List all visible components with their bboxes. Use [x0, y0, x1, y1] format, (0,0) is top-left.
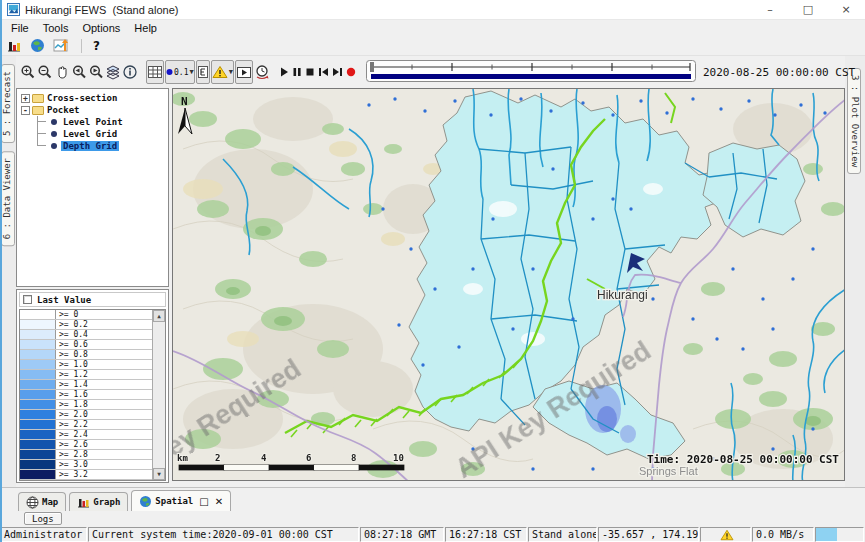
grid-icon[interactable] — [146, 60, 164, 84]
time-navigator-icon[interactable] — [254, 60, 270, 84]
minimize-button[interactable]: – — [751, 0, 789, 19]
info-icon[interactable] — [122, 60, 138, 84]
legend-value-label: >= 1.0 — [56, 360, 88, 369]
legend-value-label: >= 1.4 — [56, 380, 88, 389]
legend-row[interactable]: >= 3.0 — [20, 460, 152, 470]
legend-color-swatch — [20, 340, 56, 349]
folder-icon — [32, 94, 44, 103]
legend-row[interactable]: >= 0 — [20, 310, 152, 320]
legend-row[interactable]: >= 1.6 — [20, 390, 152, 400]
tab-graph[interactable]: Graph — [69, 492, 128, 511]
legend-row[interactable]: >= 0.2 — [20, 320, 152, 330]
tab-forecast[interactable]: 5 : Forecast — [1, 64, 15, 143]
maximize-button[interactable]: □ — [789, 0, 827, 19]
play-icon[interactable] — [278, 60, 290, 84]
zoom-in-icon[interactable] — [20, 60, 36, 84]
legend-row[interactable]: >= 0.8 — [20, 350, 152, 360]
legend-value-label: >= 3.2 — [56, 470, 88, 479]
legend-row[interactable]: >= 2.0 — [20, 410, 152, 420]
legend-row[interactable]: >= 2.4 — [20, 430, 152, 440]
scroll-down-icon[interactable]: ▼ — [153, 468, 165, 480]
bottom-tab-bar: Map Graph Spatial □ ✕ — [0, 487, 865, 511]
legend-row[interactable]: >= 1.2 — [20, 370, 152, 380]
tree-node-pocket[interactable]: - Pocket — [21, 104, 168, 116]
bullet-icon — [51, 143, 57, 149]
tree-leaf-depth-grid[interactable]: Depth Grid — [21, 140, 168, 152]
stop-icon[interactable] — [304, 60, 316, 84]
close-button[interactable]: × — [827, 0, 865, 19]
legend-value-label: >= 2.2 — [56, 420, 88, 429]
legend-row[interactable]: >= 2.8 — [20, 450, 152, 460]
legend-value-label: >= 1.2 — [56, 370, 88, 379]
title-bar: Hikurangi FEWS (Stand alone) – □ × — [0, 0, 865, 20]
status-local-time: 16:27:18 CST — [445, 527, 527, 542]
panel-close-icon[interactable]: ✕ — [215, 496, 223, 507]
tree-leaf-level-grid[interactable]: Level Grid — [21, 128, 168, 140]
pause-icon[interactable] — [291, 60, 303, 84]
tree-leaf-label-selected: Depth Grid — [61, 141, 119, 151]
legend-panel: Last Value >= 0 >= 0.2 >= 0.4 — [16, 289, 169, 483]
legend-row[interactable]: >= 2.2 — [20, 420, 152, 430]
main-toolbar: ? — [0, 36, 865, 56]
status-system-time: Current system time:2020-09-01 00:00 CST — [88, 527, 359, 542]
label-icon[interactable] — [196, 60, 210, 84]
skip-end-icon[interactable] — [331, 60, 344, 84]
menu-item[interactable]: Options — [75, 22, 127, 34]
logs-row: Logs — [0, 511, 865, 526]
scroll-up-icon[interactable]: ▲ — [153, 310, 165, 322]
animation-icon[interactable] — [235, 60, 253, 84]
zoom-out-icon[interactable] — [37, 60, 53, 84]
tree-node-cross-section[interactable]: + Cross-section — [21, 92, 168, 104]
legend-color-swatch — [20, 440, 56, 449]
legend-value-label: >= 3.0 — [56, 460, 88, 469]
legend-scrollbar[interactable]: ▲ ▼ — [152, 310, 165, 480]
legend-row[interactable]: >= 3.2 — [20, 470, 152, 480]
expand-icon[interactable]: + — [21, 94, 30, 103]
menu-item[interactable]: Tools — [36, 22, 76, 34]
status-coordinates: -35.657 , 174.199 — [598, 527, 699, 542]
legend-row[interactable]: >= 2.6 — [20, 440, 152, 450]
layers-icon[interactable] — [105, 60, 121, 84]
status-memory: 2.5 GB — [815, 527, 864, 542]
app-logo-icon — [7, 3, 20, 16]
zoom-previous-icon[interactable] — [71, 60, 87, 84]
tab-data-viewer[interactable]: 6 : Data Viewer — [1, 151, 15, 246]
globe-icon[interactable] — [30, 38, 45, 53]
status-warning-icon[interactable] — [700, 527, 751, 542]
legend-value-label: >= 1.8 — [56, 400, 88, 409]
legend-color-swatch — [20, 380, 56, 389]
legend-value-label: >= 2.6 — [56, 440, 88, 449]
legend-color-swatch — [20, 330, 56, 339]
menu-item[interactable]: Help — [127, 22, 164, 34]
tab-spatial[interactable]: Spatial □ ✕ — [131, 490, 231, 511]
skip-start-icon[interactable] — [317, 60, 330, 84]
legend-color-swatch — [20, 310, 56, 319]
legend-row[interactable]: >= 0.4 — [20, 330, 152, 340]
tab-plot-overview[interactable]: 3 : Plot Overview — [847, 68, 861, 174]
legend-row[interactable]: >= 1.0 — [20, 360, 152, 370]
legend-row[interactable]: >= 0.6 — [20, 340, 152, 350]
logs-button[interactable]: Logs — [24, 512, 62, 525]
menu-item[interactable]: File — [4, 22, 36, 34]
map-toolbar: 0.1 ▼ ▼ 2020-08-25 00:00:00 CST — [16, 56, 845, 88]
tree-node-label: Pocket — [47, 105, 80, 115]
tree-leaf-level-point[interactable]: Level Point — [21, 116, 168, 128]
legend-row[interactable]: >= 1.4 — [20, 380, 152, 390]
legend-row[interactable]: >= 1.8 — [20, 400, 152, 410]
warning-dropdown[interactable]: ▼ — [211, 60, 234, 84]
bar-chart-icon[interactable] — [6, 38, 22, 53]
spatial-chart-icon[interactable] — [53, 38, 70, 53]
tab-map[interactable]: Map — [18, 492, 66, 511]
collapse-icon[interactable]: - — [21, 106, 30, 115]
help-icon[interactable]: ? — [93, 39, 100, 53]
zoom-next-icon[interactable] — [88, 60, 104, 84]
legend-color-swatch — [20, 450, 56, 459]
map-view[interactable]: API Key Required API Key Required Hikura… — [172, 88, 845, 481]
record-icon[interactable] — [345, 60, 357, 84]
last-value-checkbox[interactable] — [23, 295, 32, 304]
pan-hand-icon[interactable] — [54, 60, 70, 84]
panel-maximize-icon[interactable]: □ — [199, 496, 208, 507]
threshold-dropdown[interactable]: 0.1 ▼ — [165, 60, 195, 84]
time-slider[interactable] — [366, 58, 696, 86]
timeline-datetime: 2020-08-25 00:00:00 CST — [703, 66, 855, 79]
